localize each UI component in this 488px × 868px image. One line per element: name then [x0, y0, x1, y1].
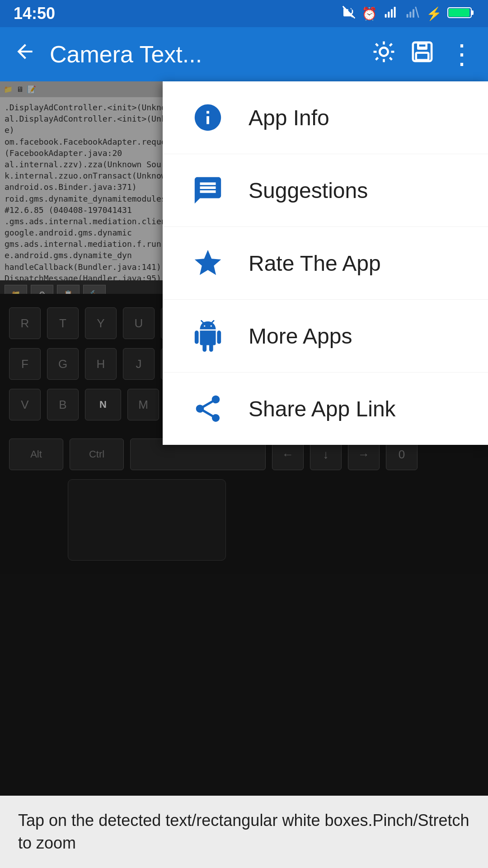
star-icon	[192, 247, 224, 279]
suggestions-icon-wrapper	[190, 172, 226, 208]
rate-app-label: Rate The App	[249, 251, 381, 276]
svg-line-20	[376, 57, 378, 60]
share-icon	[192, 393, 224, 425]
signal2-icon	[404, 5, 421, 23]
info-icon	[192, 102, 224, 133]
brightness-button[interactable]	[371, 39, 396, 70]
svg-rect-23	[416, 52, 429, 60]
menu-item-share-app-link[interactable]: Share App Link	[163, 373, 488, 445]
status-bar: 14:50 ⏰ ⚡	[0, 0, 488, 27]
battery-icon	[447, 6, 474, 21]
bottom-hint-bar: Tap on the detected text/rectangular whi…	[0, 796, 488, 868]
svg-rect-2	[388, 11, 389, 17]
svg-rect-1	[385, 14, 387, 18]
bottom-hint-text: Tap on the detected text/rectangular whi…	[18, 809, 470, 855]
svg-line-19	[389, 43, 392, 46]
menu-item-more-apps[interactable]: More Apps	[163, 300, 488, 373]
menu-item-suggestions[interactable]: Suggestions	[163, 154, 488, 227]
svg-line-8	[416, 7, 419, 18]
app-info-icon-wrapper	[190, 99, 226, 136]
menu-item-rate-app[interactable]: Rate The App	[163, 227, 488, 300]
svg-point-12	[380, 47, 388, 56]
rate-icon-wrapper	[190, 245, 226, 281]
svg-rect-10	[471, 10, 474, 15]
status-time: 14:50	[14, 4, 55, 23]
charging-icon: ⚡	[426, 6, 442, 21]
share-app-link-label: Share App Link	[249, 396, 396, 421]
save-button[interactable]	[410, 39, 435, 70]
more-options-button[interactable]: ⋮	[448, 38, 474, 70]
app-bar: Camera Text... ⋮	[0, 27, 488, 81]
svg-line-18	[389, 57, 392, 60]
svg-rect-11	[449, 9, 469, 17]
svg-line-17	[376, 43, 378, 46]
mute-icon	[342, 5, 356, 23]
app-bar-title: Camera Text...	[50, 41, 358, 68]
chat-icon	[192, 175, 224, 206]
more-apps-icon-wrapper	[190, 318, 226, 354]
signal-icon	[383, 5, 399, 23]
dropdown-menu: App Info Suggestions Rate The App More A…	[163, 81, 488, 445]
more-apps-label: More Apps	[249, 324, 352, 349]
menu-item-app-info[interactable]: App Info	[163, 81, 488, 154]
svg-rect-4	[394, 7, 396, 18]
svg-rect-5	[407, 14, 408, 18]
svg-rect-7	[413, 9, 414, 18]
svg-rect-3	[391, 9, 393, 18]
share-icon-wrapper	[190, 391, 226, 427]
svg-rect-6	[409, 11, 411, 17]
suggestions-label: Suggestions	[249, 178, 368, 203]
alarm-icon: ⏰	[361, 6, 377, 21]
back-button[interactable]	[14, 40, 36, 68]
status-icons: ⏰ ⚡	[342, 5, 474, 23]
app-info-label: App Info	[249, 105, 329, 130]
android-icon	[192, 320, 224, 352]
